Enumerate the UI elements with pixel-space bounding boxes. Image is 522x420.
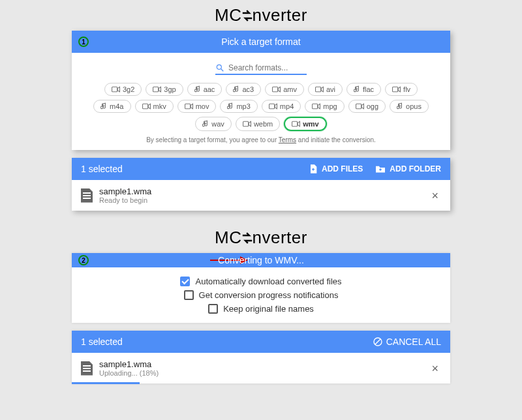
format-chip-mkv[interactable]: mkv: [135, 100, 174, 113]
format-chip-mp4[interactable]: mp4: [262, 100, 301, 113]
format-chip-amv[interactable]: amv: [265, 83, 304, 96]
chip-label: amv: [283, 85, 297, 93]
format-chip-ogg[interactable]: ogg: [348, 100, 386, 113]
file-meta: sample1.wma Ready to begin: [99, 187, 422, 204]
search-input[interactable]: [228, 63, 307, 72]
progress-bar: [72, 382, 140, 384]
svg-rect-7: [142, 104, 147, 109]
logo-2: MCnverter: [72, 228, 450, 248]
header-buttons: ADD FILES ADD FOLDER: [308, 164, 441, 174]
svg-rect-13: [292, 121, 298, 127]
add-files-button[interactable]: ADD FILES: [308, 164, 363, 174]
file-meta: sample1.wma Uploading... (18%): [99, 359, 422, 377]
chip-label: flac: [363, 85, 374, 93]
format-chip-flv[interactable]: flv: [385, 83, 418, 96]
format-chip-webm[interactable]: webm: [236, 117, 280, 131]
file-status: Uploading... (18%): [99, 369, 422, 377]
format-chip-aac[interactable]: aac: [187, 83, 223, 96]
format-chip-wmv[interactable]: wmv: [284, 117, 326, 131]
chip-label: flv: [403, 85, 410, 93]
search-wrap[interactable]: [215, 62, 307, 75]
converting-header: 2 Converting to WMV...: [72, 253, 450, 267]
format-chip-opus[interactable]: opus: [390, 100, 429, 113]
svg-rect-2: [112, 87, 117, 92]
logo-swap-icon: [242, 9, 253, 22]
option-auto-download[interactable]: Automatically download converted files: [180, 277, 341, 286]
format-chip-m4a[interactable]: m4a: [93, 100, 130, 113]
svg-rect-9: [269, 104, 274, 109]
add-folder-button[interactable]: ADD FOLDER: [375, 164, 441, 173]
format-chip-mpg[interactable]: mpg: [305, 100, 344, 113]
chip-label: aac: [204, 85, 215, 93]
converting-title: Converting to WMV...: [218, 255, 304, 265]
svg-rect-12: [243, 121, 248, 127]
format-panel-header: 1 Pick a target format: [72, 31, 450, 53]
terms-link[interactable]: Terms: [279, 136, 296, 143]
logo-post: nverter: [253, 5, 307, 25]
format-chip-3g2[interactable]: 3g2: [104, 83, 142, 96]
checkbox-icon[interactable]: [184, 290, 194, 300]
step-badge-2: 2: [78, 255, 89, 265]
svg-rect-10: [313, 104, 318, 109]
selected-count: 1 selected: [81, 164, 123, 174]
file-row-uploading: sample1.wma Uploading... (18%) ×: [72, 353, 450, 383]
logo: MCnverter: [72, 5, 450, 25]
file-add-icon: [308, 164, 318, 174]
svg-rect-8: [185, 104, 190, 109]
format-chip-avi[interactable]: avi: [308, 83, 343, 96]
format-chip-flac[interactable]: flac: [346, 83, 381, 96]
panel-title: Pick a target format: [221, 37, 300, 47]
format-chips: 3g23gpaacac3amvaviflacflvm4amkvmovmp3mp4…: [85, 83, 437, 131]
chip-label: wav: [211, 120, 224, 128]
file-status: Ready to begin: [99, 196, 422, 204]
chip-label: opus: [406, 102, 422, 110]
remove-file-button[interactable]: ×: [429, 363, 441, 374]
uploading-header: 1 selected CANCEL ALL: [72, 331, 450, 353]
file-name: sample1.wma: [99, 187, 422, 196]
svg-rect-6: [393, 87, 398, 92]
chip-label: mp3: [236, 102, 250, 110]
chip-label: mkv: [153, 102, 166, 110]
file-name: sample1.wma: [99, 359, 422, 369]
chip-label: mpg: [323, 102, 337, 110]
chip-label: avi: [326, 85, 335, 93]
format-chip-mov[interactable]: mov: [177, 100, 217, 113]
option-notifications[interactable]: Get conversion progress notifications: [184, 290, 339, 300]
svg-rect-11: [356, 104, 361, 109]
option-keep-names[interactable]: Keep original file names: [208, 304, 314, 314]
format-chip-3gp[interactable]: 3gp: [146, 83, 183, 96]
step-badge-1: 1: [78, 37, 89, 47]
search-icon: [215, 63, 224, 72]
folder-add-icon: [375, 164, 386, 173]
selected-count-2: 1 selected: [81, 337, 123, 347]
converting-panel: 2 Converting to WMV... Automatically dow…: [72, 253, 450, 323]
logo-pre: MC: [215, 5, 241, 25]
svg-rect-5: [315, 87, 320, 92]
cancel-icon: [373, 337, 383, 347]
format-panel: 1 Pick a target format 3g23gpaacac3amvav…: [72, 31, 450, 150]
chip-label: ogg: [367, 102, 378, 110]
svg-rect-3: [153, 87, 159, 92]
selected-header: 1 selected ADD FILES ADD FOLDER: [72, 158, 450, 180]
chip-label: 3g2: [123, 85, 134, 93]
format-chip-ac3[interactable]: ac3: [226, 83, 261, 96]
chip-label: m4a: [110, 102, 123, 110]
options: Automatically download converted files G…: [72, 267, 450, 323]
remove-file-button[interactable]: ×: [429, 190, 441, 202]
svg-line-17: [375, 339, 380, 344]
chip-label: wmv: [303, 120, 318, 128]
chip-label: webm: [254, 120, 273, 128]
file-icon: [81, 188, 93, 203]
checkbox-icon[interactable]: [208, 304, 218, 314]
cancel-all-button[interactable]: CANCEL ALL: [373, 337, 441, 347]
selected-panel: 1 selected ADD FILES ADD FOLDER sample1.…: [72, 158, 450, 211]
format-chip-mp3[interactable]: mp3: [220, 100, 257, 113]
svg-rect-4: [273, 87, 278, 92]
format-chip-wav[interactable]: wav: [195, 117, 232, 131]
checkbox-checked-icon[interactable]: [180, 277, 190, 286]
file-icon: [81, 361, 93, 376]
section-step2: MCnverter 2 Converting to WMV... Automat…: [0, 225, 522, 398]
logo-swap-icon: [242, 232, 253, 245]
format-panel-body: 3g23gpaacac3amvaviflacflvm4amkvmovmp3mp4…: [72, 53, 450, 150]
svg-point-0: [217, 65, 221, 69]
